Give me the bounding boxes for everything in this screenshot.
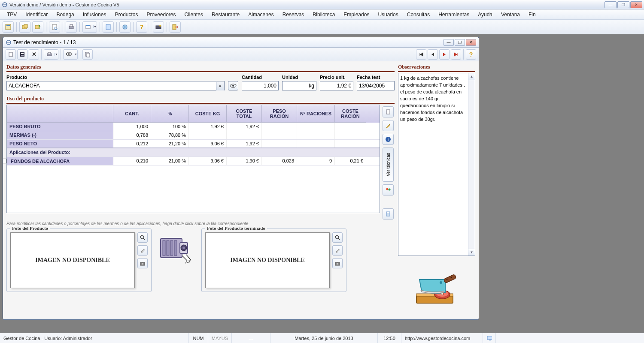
photo2-camera-button[interactable] [332, 258, 343, 268]
foto-producto-frame: IMAGEN NO DISPONIBLE [10, 232, 135, 288]
first-record-button[interactable] [416, 49, 426, 60]
svg-point-33 [386, 188, 389, 190]
scrollbar[interactable]: ▲ ▼ [468, 73, 475, 256]
menu-almacenes[interactable]: Almacenes [244, 10, 278, 19]
menu-restaurante[interactable]: Restaurante [207, 10, 244, 19]
svg-point-39 [142, 263, 143, 265]
unidad-input[interactable]: kg [282, 81, 316, 90]
status-time: 12:50 [378, 333, 401, 343]
photo2-import-button[interactable] [332, 245, 343, 256]
menu-clientes[interactable]: Clientes [180, 10, 207, 19]
no-image-text: IMAGEN NO DISPONIBLE [230, 256, 304, 265]
menu-identificar[interactable]: Identificar [21, 10, 52, 19]
child-help-button[interactable]: ? [466, 49, 476, 60]
side-info-button[interactable]: i [383, 134, 394, 145]
close-button[interactable]: ✕ [630, 1, 642, 8]
menu-reservas[interactable]: Reservas [278, 10, 309, 19]
row-fondos[interactable]: FONDOS DE ALCACHOFA 0,210 21,00 % 9,06 €… [7, 157, 380, 165]
svg-point-56 [440, 281, 442, 284]
side-edit-button[interactable] [383, 120, 394, 131]
menubar: TPV Identificar Bodega Infusiones Produc… [0, 9, 644, 20]
prev-record-button[interactable] [428, 49, 438, 60]
main-toolbar: ▼ ? [0, 20, 644, 34]
menu-infusiones[interactable]: Infusiones [79, 10, 111, 19]
toolbar-button-1[interactable] [3, 21, 14, 33]
menu-bodega[interactable]: Bodega [52, 10, 78, 19]
svg-rect-23 [48, 52, 51, 54]
menu-biblioteca[interactable]: Biblioteca [308, 10, 339, 19]
menu-consultas[interactable]: Consultas [403, 10, 434, 19]
foto-terminado-frame: IMAGEN NO DISPONIBLE [205, 232, 330, 288]
cantidad-input[interactable]: 1,000 [242, 81, 279, 90]
toolbar-globe-button[interactable] [119, 21, 131, 33]
child-minimize-button[interactable]: — [444, 39, 454, 46]
ver-tecnicas-button[interactable]: Ver técnicas [383, 147, 394, 182]
precio-input[interactable]: 1,92 € [320, 81, 353, 90]
scroll-down-icon[interactable]: ▼ [468, 249, 475, 256]
menu-ventana[interactable]: Ventana [497, 10, 524, 19]
cantidad-label: Cantidad [242, 75, 279, 81]
menu-usuarios[interactable]: Usuarios [374, 10, 402, 19]
app-icon [2, 2, 8, 8]
row-peso-bruto[interactable]: PESO BRUTO 1,000 100 % 1,92 € 1,92 € [7, 123, 380, 131]
minimize-button[interactable]: — [605, 1, 617, 8]
find-dropdown[interactable]: ▼ [63, 49, 78, 60]
last-record-button[interactable] [451, 49, 461, 60]
menu-ayuda[interactable]: Ayuda [474, 10, 497, 19]
row-peso-neto[interactable]: PESO NETO 0,212 21,20 % 9,06 € 1,92 € [7, 140, 380, 148]
foto-producto-group: Foto del Producto IMAGEN NO DISPONIBLE [6, 229, 152, 292]
menu-herramientas[interactable]: Herramientas [434, 10, 474, 19]
col-n-raciones: Nº RACIONES [297, 105, 335, 123]
toolbar-print-button[interactable] [66, 21, 77, 33]
svg-rect-61 [489, 340, 491, 340]
svg-rect-57 [444, 274, 456, 283]
toolbar-notes-button[interactable] [103, 21, 114, 33]
toolbar-button-3[interactable] [32, 21, 43, 33]
photo-import-button[interactable] [137, 245, 148, 256]
toolbar-window-dropdown[interactable]: ▼ [82, 21, 97, 33]
toolbar-help-button[interactable]: ? [136, 21, 147, 33]
next-record-button[interactable] [439, 49, 450, 60]
side-new-button[interactable] [383, 106, 394, 117]
toolbar-button-2[interactable] [19, 21, 30, 33]
observaciones-textarea[interactable]: 1 kg de alcachofas contiene aproximadame… [398, 73, 475, 256]
child-close-button[interactable]: ✕ [466, 39, 476, 46]
status-url: http://www.gestordecocina.com [401, 333, 483, 343]
delete-button[interactable]: ✕ [29, 49, 39, 60]
row-mermas[interactable]: MERMAS (-) 0,788 78,80 % [7, 131, 380, 140]
view-product-button[interactable] [228, 81, 238, 90]
copy-button[interactable] [82, 49, 93, 60]
svg-rect-41 [163, 241, 165, 256]
chevron-down-icon[interactable]: ▼ [216, 82, 224, 90]
menu-productos[interactable]: Productos [110, 10, 142, 19]
maximize-button[interactable]: ❐ [617, 1, 629, 8]
row-checkbox[interactable] [3, 159, 6, 163]
photo-zoom-button[interactable] [137, 232, 148, 243]
print-dropdown[interactable]: ▼ [44, 49, 58, 60]
save-button[interactable] [17, 49, 27, 60]
toolbar-exit-button[interactable] [170, 21, 181, 33]
producto-combo[interactable]: ALCACHOFA ▼ [6, 81, 225, 90]
child-window: Test de rendimiento - 1 / 13 — ❐ ✕ ✕ ▼ ▼ [3, 37, 479, 320]
svg-rect-30 [386, 110, 390, 114]
toolbar-settings-button[interactable] [153, 21, 164, 33]
photo-camera-button[interactable] [137, 258, 148, 268]
child-maximize-button[interactable]: ❐ [455, 39, 465, 46]
menu-tpv[interactable]: TPV [3, 10, 21, 19]
menu-proveedores[interactable]: Proveedores [142, 10, 180, 19]
svg-rect-21 [21, 55, 24, 56]
side-users-button[interactable] [383, 184, 394, 196]
toolbar-preview-button[interactable] [49, 21, 60, 33]
photo2-zoom-button[interactable] [332, 232, 343, 243]
cleaver-clipart [398, 256, 475, 316]
new-button[interactable] [6, 49, 16, 60]
side-calc-button[interactable] [383, 208, 394, 220]
window-title: Versión demo / Versión demo - Gestor de … [9, 2, 605, 7]
status-date: Martes, 25 de junio de 2013 [270, 333, 378, 343]
col-coste-kg: COSTE KG [189, 105, 227, 123]
menu-fin[interactable]: Fin [524, 10, 540, 19]
svg-point-50 [337, 263, 338, 265]
fecha-input[interactable]: 13/04/2005 [357, 81, 395, 90]
menu-empleados[interactable]: Empleados [339, 10, 374, 19]
scroll-up-icon[interactable]: ▲ [468, 73, 475, 80]
